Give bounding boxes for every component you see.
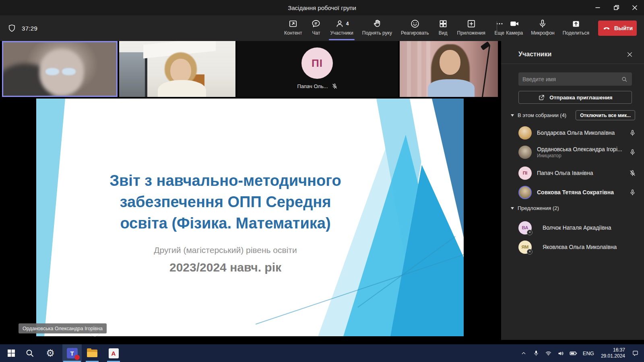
close-button[interactable] [625,0,644,15]
tile-name-label: Папач Оль... [297,83,328,89]
start-button[interactable] [3,344,19,362]
device-toolbar: Камера Микрофон Поделиться Выйти [497,15,637,41]
share-invite-icon [538,94,545,101]
suggestion-row[interactable]: ЯМ✕ Яковлєва Ольга Миколаївна [518,237,637,257]
taskbar-pdf-button[interactable]: A [105,344,122,362]
panel-title: Участники [518,51,551,58]
panel-close-button[interactable] [624,49,635,60]
tab-apps[interactable]: Приложения [453,15,490,41]
tab-content[interactable]: Контент [280,15,306,41]
share-screen-button[interactable]: Поделиться [559,15,592,41]
view-grid-icon [438,18,448,29]
ghost-more-button[interactable]: ••• [89,326,100,337]
folder-icon [87,350,97,357]
close-icon [626,51,633,58]
mic-muted-icon [331,83,338,90]
taskbar-teams-button[interactable]: T [62,344,82,362]
panel-divider [501,64,644,64]
taskbar-explorer-button[interactable] [84,344,100,362]
avatar [518,186,532,199]
removed-badge: ✕ [527,230,533,235]
gear-icon: ⚙ [46,348,55,359]
send-invite-button[interactable]: Отправка приглашения [518,91,632,104]
participants-panel: Участники Отправка приглашения В этом со… [501,41,644,340]
tray-expand-button[interactable] [519,348,528,358]
microphone-icon [537,18,548,29]
camera-button[interactable]: Камера [503,15,526,41]
tab-raise-hand[interactable]: Поднять руку [358,15,396,41]
timer-group: 37:29 [7,15,37,41]
avatar-initials: ПІ [301,47,333,79]
minimize-button[interactable] [588,0,607,15]
windows-logo-icon [7,349,15,357]
participant-row[interactable]: ПІ Папач Ольга Іванівна [518,163,637,183]
search-input[interactable] [522,76,621,82]
mic-on-icon [628,188,637,197]
raise-hand-icon [372,18,382,29]
slide-subtitle: Другий (магістерський) рівень освіти [72,245,378,255]
participant-search[interactable] [518,72,632,86]
avatar-initials: ПІ [518,167,532,180]
windows-taskbar: ⚙ T A ENG 16:37 29.01.2024 [0,344,644,362]
tab-view[interactable]: Вид [433,15,453,41]
react-smiley-icon [410,18,420,29]
participant-row[interactable]: Совкова Тетяна Сократівна [518,183,637,202]
minimize-icon [594,4,601,11]
avatar [518,126,532,140]
microphone-button[interactable]: Микрофон [528,15,557,41]
slide-year: 2023/2024 навч. рік [72,261,378,274]
webcam-video-4 [400,41,498,97]
suggestion-row[interactable]: ВА✕ Волчок Наталя Аркадіївна [518,218,637,237]
participant-row[interactable]: Ордановська Олександра Ігорі... Инициато… [518,142,637,162]
taskbar-settings-button[interactable]: ⚙ [42,344,59,362]
participant-role: Инициатор [537,153,628,158]
clock-time: 16:37 [601,347,625,353]
chevron-down-icon [511,207,514,210]
tray-volume-icon[interactable] [556,348,566,358]
acrobat-icon: A [109,348,119,358]
leave-button[interactable]: Выйти [598,21,637,36]
window-title: Засідання робочої групи [288,4,356,11]
camera-icon [509,18,520,29]
video-tile-4[interactable] [400,41,498,97]
apps-plus-icon [466,18,477,29]
mic-on-icon [628,128,637,137]
action-center-button[interactable] [630,348,640,358]
suggestions-section[interactable]: Предложения (2) [511,205,635,211]
slide-title: Звіт з навчально-методичного забезпеченн… [72,170,378,234]
video-tile-avatar[interactable]: ПІ Папач Оль... [237,41,398,97]
tab-react[interactable]: Реагировать [396,15,433,41]
language-indicator[interactable]: ENG [583,350,594,356]
meeting-stage: ПІ Папач Оль... Звіт з навчально-методич… [0,41,499,340]
tray-mic-icon[interactable] [531,348,541,358]
share-content-icon [288,18,298,29]
video-tile-speaking[interactable] [2,41,118,97]
notification-dot [74,355,80,360]
shield-icon [7,24,17,33]
restore-icon [613,4,620,11]
tab-participants[interactable]: 4 Участники [326,15,357,41]
participants-icon: 4 [335,18,349,29]
tray-battery-icon[interactable] [569,348,578,358]
chat-icon [311,18,321,29]
taskbar-search-button[interactable] [22,344,38,362]
shared-presentation-slide: Звіт з навчально-методичного забезпеченн… [36,99,464,336]
hangup-icon [602,24,611,33]
system-tray: ENG 16:37 29.01.2024 [519,344,644,362]
share-up-icon [571,18,581,29]
tab-chat[interactable]: Чат [306,15,326,41]
participant-row[interactable]: Болдарєва Ольга Миколаївна [518,123,637,142]
meeting-timer: 37:29 [22,25,37,32]
in-meeting-section[interactable]: В этом собрании (4) Отключить все мик... [511,110,635,120]
search-icon [621,76,628,83]
tray-wifi-icon[interactable] [544,348,553,358]
webcam-video-1 [3,42,116,96]
mic-muted-icon [628,169,637,177]
mute-all-button[interactable]: Отключить все мик... [576,110,635,120]
video-tile-2[interactable] [119,41,235,97]
taskbar-clock[interactable]: 16:37 29.01.2024 [601,347,625,359]
close-icon [631,4,638,11]
restore-button[interactable] [607,0,625,15]
chevron-down-icon [511,114,514,117]
webcam-video-2 [119,41,235,97]
